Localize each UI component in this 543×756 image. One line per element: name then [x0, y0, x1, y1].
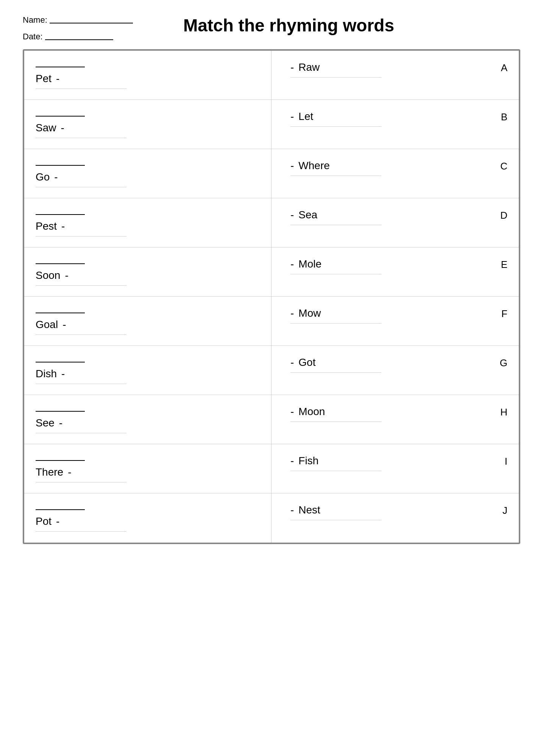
letter-label: C	[496, 157, 511, 172]
right-dash: -	[290, 406, 294, 418]
right-word-row: - Moon	[290, 403, 381, 418]
right-word-row: - Got	[290, 353, 381, 369]
right-half: - Mole E	[272, 247, 519, 296]
right-content: - Sea	[290, 206, 381, 225]
right-word-text: Mole	[298, 258, 321, 270]
answer-blank-left[interactable]	[36, 501, 85, 510]
right-word-text: Let	[298, 110, 313, 123]
letter-label: J	[496, 501, 511, 516]
left-word-row: Pet -	[36, 70, 256, 85]
left-dash: -	[54, 171, 58, 183]
right-word-text: Nest	[298, 504, 320, 516]
left-half: Go -	[24, 149, 272, 198]
right-word-row: - Raw	[290, 58, 381, 73]
left-half: There -	[24, 444, 272, 493]
left-word-text: There	[36, 466, 63, 478]
right-content: - Nest	[290, 501, 381, 520]
left-word-text: Soon	[36, 269, 60, 282]
right-word-text: Where	[298, 160, 329, 172]
left-half: Goal -	[24, 297, 272, 345]
right-half: - Nest J	[272, 493, 519, 543]
left-dash: -	[56, 515, 59, 527]
right-content: - Mole	[290, 255, 381, 274]
left-half: Pet -	[24, 51, 272, 100]
left-word-row: Saw -	[36, 119, 256, 134]
left-dash: -	[59, 417, 62, 429]
letter-label: I	[496, 452, 511, 467]
match-row: Pest - - Sea D	[24, 198, 519, 247]
right-word-text: Mow	[298, 307, 321, 319]
page-container: Name: Date: Match the rhyming words Pet …	[23, 15, 520, 544]
letter-label: B	[496, 107, 511, 123]
left-dash: -	[62, 319, 66, 331]
left-word-text: Dish	[36, 368, 57, 380]
left-word-text: Pot	[36, 515, 51, 527]
right-word-row: - Sea	[290, 206, 381, 221]
outer-box: Pet - - Raw A Saw -	[23, 49, 520, 544]
right-half: - Raw A	[272, 51, 519, 100]
right-half: - Sea D	[272, 198, 519, 247]
match-row: Dish - - Got G	[24, 346, 519, 395]
right-half: - Fish I	[272, 444, 519, 493]
answer-blank-left[interactable]	[36, 107, 85, 117]
letter-label: H	[496, 403, 511, 418]
left-dash: -	[56, 73, 59, 85]
date-field: Date:	[23, 32, 133, 42]
right-word-row: - Where	[290, 157, 381, 172]
answer-blank-left[interactable]	[36, 353, 85, 362]
left-word-text: Goal	[36, 319, 58, 331]
right-dash: -	[290, 307, 294, 319]
right-dash: -	[290, 160, 294, 172]
right-word-text: Fish	[298, 455, 318, 467]
left-word-text: Pest	[36, 220, 57, 232]
right-word-text: Got	[298, 356, 315, 369]
right-dash: -	[290, 61, 294, 73]
left-word-row: Goal -	[36, 316, 256, 331]
match-row: See - - Moon H	[24, 395, 519, 444]
answer-blank-left[interactable]	[36, 255, 85, 264]
left-word-row: See -	[36, 414, 256, 429]
right-dash: -	[290, 455, 294, 467]
right-word-text: Moon	[298, 406, 325, 418]
right-half: - Let B	[272, 100, 519, 149]
right-dash: -	[290, 356, 294, 369]
match-row: Go - - Where C	[24, 149, 519, 198]
left-word-text: Go	[36, 171, 50, 183]
answer-blank-left[interactable]	[36, 452, 85, 461]
left-half: Dish -	[24, 346, 272, 395]
right-half: - Where C	[272, 149, 519, 198]
answer-blank-left[interactable]	[36, 206, 85, 215]
right-dash: -	[290, 209, 294, 221]
answer-blank-left[interactable]	[36, 304, 85, 313]
right-word-row: - Mole	[290, 255, 381, 270]
right-word-text: Raw	[298, 61, 320, 73]
left-word-row: Soon -	[36, 266, 256, 282]
right-half: - Mow F	[272, 297, 519, 345]
right-content: - Moon	[290, 403, 381, 422]
letter-label: D	[496, 206, 511, 221]
right-word-row: - Fish	[290, 452, 381, 467]
letter-label: A	[496, 58, 511, 74]
right-word-row: - Let	[290, 107, 381, 123]
right-word-text: Sea	[298, 209, 317, 221]
answer-blank-left[interactable]	[36, 403, 85, 412]
match-row: Pet - - Raw A	[24, 51, 519, 100]
left-half: Soon -	[24, 247, 272, 296]
left-dash: -	[61, 368, 65, 380]
match-row: Goal - - Mow F	[24, 297, 519, 346]
name-field: Name:	[23, 15, 133, 25]
answer-blank-left[interactable]	[36, 58, 85, 67]
right-word-row: - Nest	[290, 501, 381, 516]
match-row: Pot - - Nest J	[24, 493, 519, 543]
left-dash: -	[61, 220, 65, 232]
right-half: - Got G	[272, 346, 519, 395]
letter-label: E	[496, 255, 511, 271]
left-half: Pest -	[24, 198, 272, 247]
left-half: Pot -	[24, 493, 272, 543]
letter-label: F	[496, 304, 511, 320]
right-content: - Where	[290, 157, 381, 176]
right-dash: -	[290, 110, 294, 123]
left-dash: -	[65, 269, 68, 282]
match-row: There - - Fish I	[24, 444, 519, 493]
answer-blank-left[interactable]	[36, 157, 85, 166]
